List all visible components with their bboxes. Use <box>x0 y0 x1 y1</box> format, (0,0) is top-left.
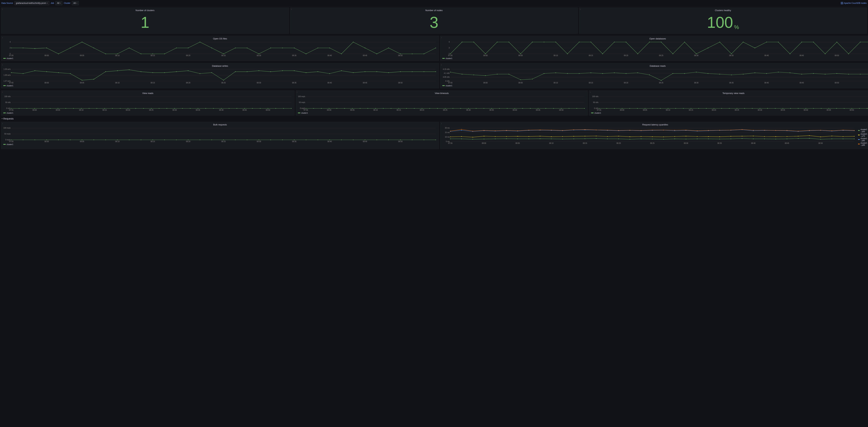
svg-text:08:15: 08:15 <box>102 109 107 111</box>
panel-request-latency-quantiles[interactable]: i Request latency quantiles 5 ms10 ms15 … <box>440 122 868 149</box>
panel-number-of-nodes[interactable]: i Number of nodes 3 <box>290 7 578 34</box>
svg-point-194 <box>649 75 650 75</box>
info-icon[interactable]: i <box>441 37 442 38</box>
svg-text:08:15: 08:15 <box>589 55 593 56</box>
svg-point-25 <box>188 48 189 48</box>
svg-point-77 <box>591 42 591 42</box>
svg-point-591 <box>742 129 743 130</box>
legend-item[interactable]: cluster1 <box>3 143 13 145</box>
chart-database-writes[interactable]: 1.37 wr/s1.38 wr/s1.39 wr/s07:5508:0008:… <box>2 67 438 84</box>
svg-point-466 <box>585 138 585 139</box>
legend-item[interactable]: cluster1 - p50 <box>858 129 868 133</box>
svg-text:08:25: 08:25 <box>221 55 226 56</box>
info-icon[interactable]: i <box>580 8 581 10</box>
svg-point-204 <box>766 73 767 74</box>
svg-point-512 <box>686 136 686 137</box>
svg-point-123 <box>46 72 47 72</box>
legend-item[interactable]: cluster1 <box>3 57 13 59</box>
info-icon[interactable]: i <box>2 37 3 38</box>
svg-point-350 <box>660 108 661 109</box>
info-icon[interactable]: i <box>297 91 298 93</box>
svg-point-260 <box>229 108 229 109</box>
legend-item[interactable]: cluster1 <box>3 85 13 87</box>
svg-point-151 <box>376 72 377 72</box>
info-icon[interactable]: i <box>590 91 591 93</box>
chart-request-latency[interactable]: 5 ms10 ms15 ms20 ms07:5508:0008:0508:100… <box>441 126 857 148</box>
svg-point-496 <box>506 136 507 137</box>
panel-bulk-requests[interactable]: i Bulk requests 0 req/s50 req/s100 req/s… <box>1 122 439 149</box>
svg-text:08:40: 08:40 <box>219 109 223 111</box>
svg-point-414 <box>212 140 212 140</box>
svg-text:08:10: 08:10 <box>115 141 120 142</box>
cluster-label: Cluster <box>64 2 70 4</box>
legend-item[interactable]: cluster1 <box>442 57 453 59</box>
info-icon[interactable]: i <box>2 8 3 10</box>
legend-item[interactable]: cluster1 <box>3 112 13 114</box>
info-icon[interactable]: i <box>291 8 292 10</box>
row-requests[interactable]: ▾ Requests <box>0 117 868 121</box>
svg-point-467 <box>596 138 597 139</box>
panel-database-reads[interactable]: i Database reads 4 rd/s4.05 rd/s4.1 rd/s… <box>440 63 868 88</box>
chart-view-timeouts[interactable]: 0 req/s50 req/s100 req/s07:5508:0008:050… <box>297 95 587 112</box>
data-source-dropdown[interactable]: grafanacloud-keithschmitty-prom ▾ <box>14 1 49 5</box>
chart-open-databases[interactable]: 23407:5508:0008:0508:1008:1508:2008:2508… <box>441 40 868 57</box>
svg-text:08:35: 08:35 <box>729 82 734 84</box>
svg-point-472 <box>652 139 653 139</box>
legend-item[interactable]: cluster1 - p75 <box>858 133 868 137</box>
svg-point-39 <box>353 42 353 42</box>
legend-item[interactable]: cluster1 - p99 <box>858 142 868 146</box>
job-dropdown[interactable]: All ▾ <box>55 1 62 5</box>
chart-database-reads[interactable]: 4 rd/s4.05 rd/s4.1 rd/s4.15 rd/s07:5508:… <box>441 67 868 84</box>
svg-point-268 <box>291 108 292 109</box>
info-icon[interactable]: i <box>441 64 442 66</box>
info-icon[interactable]: i <box>2 64 3 66</box>
chart-temp-view-reads[interactable]: 0 rd/s50 rd/s100 rd/s07:5508:0008:0508:1… <box>590 95 868 112</box>
svg-point-72 <box>532 42 533 42</box>
svg-point-78 <box>602 54 603 54</box>
panel-open-databases[interactable]: i Open databases 23407:5508:0008:0508:10… <box>440 36 868 61</box>
legend-item[interactable]: cluster1 - p95 <box>858 137 868 142</box>
panel-clusters-healthy[interactable]: i Clusters healthy 100 % <box>579 7 867 34</box>
info-icon[interactable]: i <box>2 123 3 124</box>
svg-point-423 <box>317 140 318 140</box>
svg-point-425 <box>341 140 342 140</box>
data-source-label: Data Source <box>1 2 13 4</box>
svg-point-493 <box>472 137 473 138</box>
svg-point-579 <box>607 130 608 131</box>
svg-point-596 <box>798 131 799 132</box>
svg-point-84 <box>673 54 673 54</box>
svg-point-475 <box>686 139 686 139</box>
svg-point-529 <box>461 130 462 131</box>
svg-text:08:50: 08:50 <box>398 55 403 56</box>
svg-point-492 <box>461 136 462 137</box>
chart-bulk-requests[interactable]: 0 req/s50 req/s100 req/s07:5508:0008:050… <box>2 126 438 143</box>
chart-view-reads[interactable]: 0 rd/s50 rd/s100 rd/s07:5508:0008:0508:1… <box>2 95 294 112</box>
svg-point-24 <box>176 48 177 48</box>
cluster-dropdown[interactable]: All ▾ <box>72 1 79 5</box>
panel-view-reads[interactable]: i View reads 0 rd/s50 rd/s100 rd/s07:550… <box>1 90 294 116</box>
panel-temporary-view-reads[interactable]: i Temporary view reads 0 rd/s50 rd/s100 … <box>589 90 868 116</box>
svg-point-498 <box>529 136 529 137</box>
svg-text:08:30: 08:30 <box>257 82 261 84</box>
svg-point-360 <box>737 108 737 109</box>
info-icon[interactable]: i <box>441 123 442 124</box>
legend-item[interactable]: cluster1 <box>442 85 453 87</box>
panel-open-os-files[interactable]: i Open OS files 02407:5508:0008:0508:100… <box>1 36 439 61</box>
svg-point-598 <box>820 130 821 131</box>
svg-point-497 <box>517 136 518 137</box>
svg-text:100 rd/s: 100 rd/s <box>4 95 10 97</box>
panel-view-timeouts[interactable]: i View timeouts 0 req/s50 req/s100 req/s… <box>296 90 588 116</box>
svg-point-500 <box>551 136 552 137</box>
nodes-link[interactable]: Apache CouchDB nodes <box>841 2 867 4</box>
legend-item[interactable]: cluster1 <box>591 112 601 114</box>
legend-item[interactable]: cluster1 <box>298 112 308 114</box>
svg-text:07:55: 07:55 <box>597 109 601 111</box>
chart-open-os-files[interactable]: 02407:5508:0008:0508:1008:1508:2008:2508… <box>2 40 438 57</box>
panel-number-of-clusters[interactable]: i Number of clusters 1 <box>1 7 289 34</box>
panel-database-writes[interactable]: i Database writes 1.37 wr/s1.38 wr/s1.39… <box>1 63 439 88</box>
info-icon[interactable]: i <box>2 91 3 93</box>
svg-point-23 <box>164 54 165 54</box>
svg-text:08:30: 08:30 <box>466 109 471 111</box>
svg-point-26 <box>199 42 200 42</box>
svg-text:1.39 wr/s: 1.39 wr/s <box>3 68 10 70</box>
